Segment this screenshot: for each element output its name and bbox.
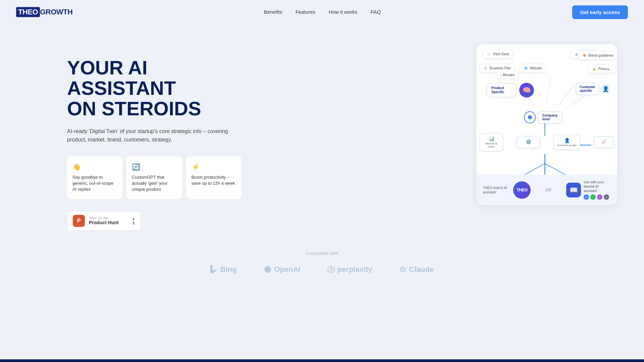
feature-icon-3: ⚡ <box>192 163 236 171</box>
hero-section: YOUR AI ASSISTANT ON STEROIDS AI-ready '… <box>0 24 644 244</box>
product-hunt-badge[interactable]: P FIND US ON Product Hunt ▲ 1 <box>67 211 141 231</box>
bing-icon <box>210 265 218 274</box>
feature-card-3: ⚡ Boost productivity – save up to 12h a … <box>186 156 241 199</box>
ai-logos-row: G + × ∞ <box>584 194 610 200</box>
sub-nodes-row: 📊 Mission & vision ⚙️ 👤 Customer profile… <box>480 133 614 151</box>
ph-arrow-icon: ▲ <box>132 217 135 221</box>
business-plan-icon: 📋 <box>483 66 488 70</box>
diagram-container: 📄 Pitch Deck 📊 Sales deck 📋 Business Pla… <box>476 44 617 205</box>
nav-benefits[interactable]: Benefits <box>264 9 282 15</box>
ph-votes: ▲ 1 <box>132 217 135 225</box>
built-in-label: THEO built-in AI assistant <box>483 186 510 194</box>
hero-subtitle: AI-ready 'Digital Twin' of your startup'… <box>67 127 228 144</box>
claude-logo: Claude <box>399 265 434 274</box>
navbar: THEO GROWTH Benefits Features How it wor… <box>0 0 644 24</box>
svg-line-9 <box>545 164 565 175</box>
gear-settings-icon: ⚙️ <box>520 139 537 144</box>
ai-dot-blue: G <box>584 194 589 200</box>
pitch-deck-icon: 📄 <box>487 52 491 56</box>
brand-guidelines-label: Brand guidelines <box>589 54 614 57</box>
customer-specific-box: Customerspecific <box>576 83 599 95</box>
ph-vote-count: 1 <box>132 221 135 225</box>
company-level-node: Companylevel <box>524 111 562 123</box>
product-specific-label: Product Specific <box>491 86 512 94</box>
customer-profile-label: Customer profile <box>557 144 577 147</box>
mission-icon: 📊 <box>483 136 500 141</box>
diagram-bottom: THEO built-in AI assistant THEO OR 📖 Use… <box>476 175 617 205</box>
bing-text: Bing <box>220 265 237 274</box>
brain-emoji: 🧠 <box>523 86 531 94</box>
ph-text: FIND US ON Product Hunt <box>89 217 119 225</box>
doc-chip-privacy: 🔒 Privacy... <box>588 64 615 73</box>
claude-text: Claude <box>409 265 434 274</box>
feature-cards: 👋 Say goodbye to generic, out-of-scope A… <box>67 156 241 199</box>
ai-dot-purple: × <box>597 194 602 200</box>
customer-profile-icon: 👤 <box>556 138 577 143</box>
perplexity-logo: perplexity <box>327 265 372 274</box>
compatible-logos: Bing OpenAI perplexity <box>27 265 617 274</box>
pitch-deck-label: Pitch Deck <box>493 52 509 56</box>
hero-title: YOUR AI ASSISTANT ON STEROIDS <box>67 58 241 119</box>
company-circle <box>524 111 536 123</box>
nav-how-it-works[interactable]: How it works <box>329 9 357 15</box>
business-plan-label: Business Plan <box>490 66 511 70</box>
feature-text-1: Say goodbye to generic, out-of-scope AI … <box>72 174 117 193</box>
feature-card-2: 🔄 CustomGPT that actually 'gets' your un… <box>126 156 182 199</box>
favorite-ai-label: Use with your favorite AI assistant <box>584 180 610 193</box>
sub-node-4: 📈 <box>594 136 614 148</box>
ai-dot-gray: ∞ <box>604 194 609 200</box>
mission-label: Mission & vision <box>486 142 497 148</box>
ai-dot-green: + <box>590 194 596 200</box>
nav-features[interactable]: Features <box>296 9 315 15</box>
claude-icon <box>399 266 407 273</box>
sub-node-2: ⚙️ <box>517 136 540 148</box>
openai-logo: OpenAI <box>264 265 301 274</box>
doc-chip-pitch-deck: 📄 Pitch Deck <box>483 50 513 58</box>
compatible-label: Compatible with <box>27 251 617 256</box>
ph-name: Product Hunt <box>89 220 119 225</box>
feature-card-1: 👋 Say goodbye to generic, out-of-scope A… <box>67 156 122 199</box>
privacy-icon: 🔒 <box>592 66 597 71</box>
hero-right: 📄 Pitch Deck 📊 Sales deck 📋 Business Pla… <box>476 44 617 205</box>
nav-faq[interactable]: FAQ <box>371 9 381 15</box>
get-early-access-button[interactable]: Get early access <box>572 5 628 19</box>
customer-specific-node: Customerspecific 👤 <box>576 83 610 95</box>
bing-logo: Bing <box>210 265 237 274</box>
website-icon: 🌐 <box>524 66 528 70</box>
svg-point-11 <box>267 268 269 270</box>
logo-growth: GROWTH <box>40 8 72 16</box>
minutes-label: – Minutes <box>500 73 515 77</box>
sub-node-3: 👤 Customer profile <box>553 135 580 150</box>
brand-icon: 🎨 <box>582 53 587 58</box>
built-in-section: THEO built-in AI assistant THEO <box>483 181 531 199</box>
feature-text-3: Boost productivity – save up to 12h a we… <box>192 174 236 186</box>
company-level-label: Companylevel <box>542 114 558 121</box>
privacy-label: Privacy... <box>598 67 612 71</box>
svg-line-7 <box>525 164 545 175</box>
or-divider: OR <box>545 188 551 192</box>
theo-circle: THEO <box>513 181 531 199</box>
svg-line-2 <box>558 82 576 106</box>
favorite-ai-info: Use with your favorite AI assistant G + … <box>584 180 610 200</box>
footer-bar <box>0 359 644 362</box>
openai-icon <box>264 265 272 274</box>
svg-line-1 <box>547 78 550 104</box>
product-specific-node: Product Specific 🧠 <box>486 83 534 98</box>
feature-icon-1: 👋 <box>72 163 117 171</box>
doc-chip-brand-guidelines: 🎨 Brand guidelines <box>579 51 618 60</box>
favorite-ai-icon: 📖 <box>566 183 581 197</box>
website-label: Website <box>530 66 542 70</box>
compatible-section: Compatible with Bing OpenAI per <box>0 244 644 294</box>
bar-chart-icon: 📈 <box>597 139 611 144</box>
sales-deck-icon: 📊 <box>574 52 579 56</box>
hero-left: YOUR AI ASSISTANT ON STEROIDS AI-ready '… <box>67 44 241 231</box>
nav-links: Benefits Features How it works FAQ <box>264 9 381 15</box>
product-node-box: Product Specific <box>486 83 517 97</box>
perplexity-icon <box>327 266 335 273</box>
ph-logo-icon: P <box>73 215 85 227</box>
customer-specific-label: Customerspecific <box>580 85 595 93</box>
company-inner-circle <box>527 114 533 120</box>
doc-chip-minutes: – Minutes <box>496 71 518 79</box>
logo[interactable]: THEO GROWTH <box>16 7 72 17</box>
feature-text-2: CustomGPT that actually 'gets' your uniq… <box>132 174 176 193</box>
